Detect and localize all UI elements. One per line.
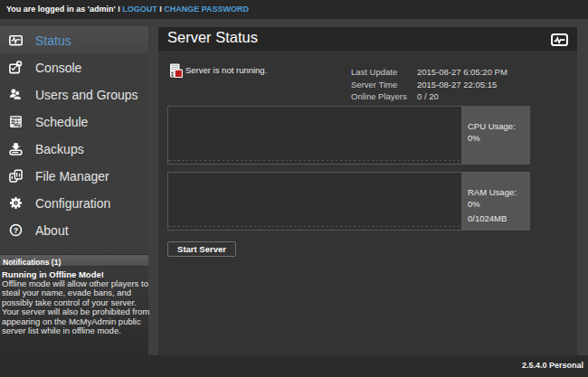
- svg-text:?: ?: [14, 226, 18, 235]
